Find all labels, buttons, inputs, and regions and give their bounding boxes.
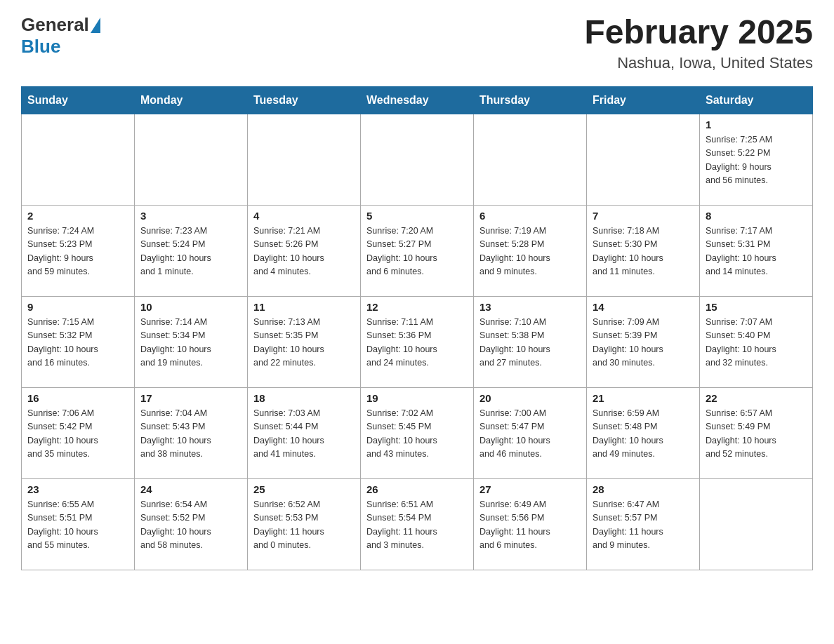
logo-triangle-icon bbox=[91, 18, 100, 33]
day-number: 25 bbox=[253, 483, 355, 495]
calendar-cell: 21Sunrise: 6:59 AM Sunset: 5:48 PM Dayli… bbox=[587, 387, 700, 478]
day-info: Sunrise: 7:21 AM Sunset: 5:26 PM Dayligh… bbox=[253, 224, 355, 279]
calendar-cell: 18Sunrise: 7:03 AM Sunset: 5:44 PM Dayli… bbox=[248, 387, 361, 478]
day-number: 16 bbox=[27, 392, 128, 404]
day-number: 26 bbox=[366, 483, 468, 495]
calendar-cell: 2Sunrise: 7:24 AM Sunset: 5:23 PM Daylig… bbox=[22, 205, 135, 296]
day-number: 7 bbox=[593, 210, 694, 222]
calendar-cell: 28Sunrise: 6:47 AM Sunset: 5:57 PM Dayli… bbox=[587, 478, 700, 570]
day-info: Sunrise: 6:54 AM Sunset: 5:52 PM Dayligh… bbox=[140, 498, 241, 553]
logo-blue-text: Blue bbox=[21, 36, 60, 57]
calendar-cell: 26Sunrise: 6:51 AM Sunset: 5:54 PM Dayli… bbox=[361, 478, 474, 570]
day-info: Sunrise: 6:59 AM Sunset: 5:48 PM Dayligh… bbox=[593, 407, 694, 462]
day-info: Sunrise: 7:13 AM Sunset: 5:35 PM Dayligh… bbox=[253, 316, 355, 370]
day-number: 11 bbox=[253, 301, 355, 313]
calendar-cell: 23Sunrise: 6:55 AM Sunset: 5:51 PM Dayli… bbox=[22, 478, 135, 570]
weekday-saturday: Saturday bbox=[700, 86, 813, 114]
page-header: General Blue February 2025 Nashua, Iowa,… bbox=[21, 14, 813, 72]
calendar-cell: 20Sunrise: 7:00 AM Sunset: 5:47 PM Dayli… bbox=[474, 387, 587, 478]
calendar-cell bbox=[135, 114, 248, 205]
day-info: Sunrise: 6:57 AM Sunset: 5:49 PM Dayligh… bbox=[706, 407, 807, 462]
day-info: Sunrise: 7:10 AM Sunset: 5:38 PM Dayligh… bbox=[479, 316, 581, 370]
day-number: 18 bbox=[253, 392, 355, 404]
day-number: 15 bbox=[706, 301, 807, 313]
calendar-body: 1Sunrise: 7:25 AM Sunset: 5:22 PM Daylig… bbox=[22, 114, 813, 570]
weekday-wednesday: Wednesday bbox=[361, 86, 474, 114]
day-info: Sunrise: 7:02 AM Sunset: 5:45 PM Dayligh… bbox=[366, 407, 468, 462]
calendar-cell: 27Sunrise: 6:49 AM Sunset: 5:56 PM Dayli… bbox=[474, 478, 587, 570]
calendar-cell: 5Sunrise: 7:20 AM Sunset: 5:27 PM Daylig… bbox=[361, 205, 474, 296]
day-info: Sunrise: 7:17 AM Sunset: 5:31 PM Dayligh… bbox=[706, 224, 807, 279]
day-info: Sunrise: 7:04 AM Sunset: 5:43 PM Dayligh… bbox=[140, 407, 241, 462]
calendar-cell: 24Sunrise: 6:54 AM Sunset: 5:52 PM Dayli… bbox=[135, 478, 248, 570]
day-number: 3 bbox=[140, 210, 241, 222]
day-number: 20 bbox=[479, 392, 581, 404]
day-number: 21 bbox=[593, 392, 694, 404]
day-info: Sunrise: 6:51 AM Sunset: 5:54 PM Dayligh… bbox=[366, 498, 468, 553]
day-number: 2 bbox=[27, 210, 128, 222]
day-info: Sunrise: 7:25 AM Sunset: 5:22 PM Dayligh… bbox=[706, 133, 807, 188]
day-info: Sunrise: 7:03 AM Sunset: 5:44 PM Dayligh… bbox=[253, 407, 355, 462]
calendar-cell: 14Sunrise: 7:09 AM Sunset: 5:39 PM Dayli… bbox=[587, 296, 700, 387]
calendar-cell bbox=[474, 114, 587, 205]
calendar-week-1: 1Sunrise: 7:25 AM Sunset: 5:22 PM Daylig… bbox=[22, 114, 813, 205]
logo: General Blue bbox=[21, 14, 102, 58]
weekday-tuesday: Tuesday bbox=[248, 86, 361, 114]
calendar-cell: 17Sunrise: 7:04 AM Sunset: 5:43 PM Dayli… bbox=[135, 387, 248, 478]
day-number: 28 bbox=[593, 483, 694, 495]
calendar-cell: 1Sunrise: 7:25 AM Sunset: 5:22 PM Daylig… bbox=[700, 114, 813, 205]
day-info: Sunrise: 7:06 AM Sunset: 5:42 PM Dayligh… bbox=[27, 407, 128, 462]
calendar-cell: 4Sunrise: 7:21 AM Sunset: 5:26 PM Daylig… bbox=[248, 205, 361, 296]
day-info: Sunrise: 7:07 AM Sunset: 5:40 PM Dayligh… bbox=[706, 316, 807, 370]
calendar-cell: 25Sunrise: 6:52 AM Sunset: 5:53 PM Dayli… bbox=[248, 478, 361, 570]
day-info: Sunrise: 6:47 AM Sunset: 5:57 PM Dayligh… bbox=[593, 498, 694, 553]
day-info: Sunrise: 7:09 AM Sunset: 5:39 PM Dayligh… bbox=[593, 316, 694, 370]
calendar-cell: 11Sunrise: 7:13 AM Sunset: 5:35 PM Dayli… bbox=[248, 296, 361, 387]
day-number: 4 bbox=[253, 210, 355, 222]
day-info: Sunrise: 7:20 AM Sunset: 5:27 PM Dayligh… bbox=[366, 224, 468, 279]
calendar-week-5: 23Sunrise: 6:55 AM Sunset: 5:51 PM Dayli… bbox=[22, 478, 813, 570]
calendar-cell bbox=[700, 478, 813, 570]
calendar-week-3: 9Sunrise: 7:15 AM Sunset: 5:32 PM Daylig… bbox=[22, 296, 813, 387]
day-info: Sunrise: 7:11 AM Sunset: 5:36 PM Dayligh… bbox=[366, 316, 468, 370]
calendar-table: SundayMondayTuesdayWednesdayThursdayFrid… bbox=[21, 86, 813, 570]
day-number: 1 bbox=[706, 119, 807, 130]
calendar-cell bbox=[22, 114, 135, 205]
day-info: Sunrise: 7:14 AM Sunset: 5:34 PM Dayligh… bbox=[140, 316, 241, 370]
day-number: 27 bbox=[479, 483, 581, 495]
weekday-friday: Friday bbox=[587, 86, 700, 114]
day-number: 9 bbox=[27, 301, 128, 313]
day-number: 5 bbox=[366, 210, 468, 222]
day-info: Sunrise: 6:55 AM Sunset: 5:51 PM Dayligh… bbox=[27, 498, 128, 553]
day-number: 6 bbox=[479, 210, 581, 222]
calendar-week-2: 2Sunrise: 7:24 AM Sunset: 5:23 PM Daylig… bbox=[22, 205, 813, 296]
calendar-cell: 16Sunrise: 7:06 AM Sunset: 5:42 PM Dayli… bbox=[22, 387, 135, 478]
day-info: Sunrise: 6:49 AM Sunset: 5:56 PM Dayligh… bbox=[479, 498, 581, 553]
day-number: 19 bbox=[366, 392, 468, 404]
weekday-thursday: Thursday bbox=[474, 86, 587, 114]
day-number: 14 bbox=[593, 301, 694, 313]
day-number: 12 bbox=[366, 301, 468, 313]
calendar-cell: 13Sunrise: 7:10 AM Sunset: 5:38 PM Dayli… bbox=[474, 296, 587, 387]
calendar-cell: 15Sunrise: 7:07 AM Sunset: 5:40 PM Dayli… bbox=[700, 296, 813, 387]
calendar-cell: 12Sunrise: 7:11 AM Sunset: 5:36 PM Dayli… bbox=[361, 296, 474, 387]
day-info: Sunrise: 7:15 AM Sunset: 5:32 PM Dayligh… bbox=[27, 316, 128, 370]
day-number: 13 bbox=[479, 301, 581, 313]
calendar-header: SundayMondayTuesdayWednesdayThursdayFrid… bbox=[22, 86, 813, 114]
calendar-cell: 22Sunrise: 6:57 AM Sunset: 5:49 PM Dayli… bbox=[700, 387, 813, 478]
title-section: February 2025 Nashua, Iowa, United State… bbox=[584, 14, 813, 72]
day-info: Sunrise: 7:19 AM Sunset: 5:28 PM Dayligh… bbox=[479, 224, 581, 279]
calendar-cell: 8Sunrise: 7:17 AM Sunset: 5:31 PM Daylig… bbox=[700, 205, 813, 296]
calendar-cell bbox=[248, 114, 361, 205]
day-info: Sunrise: 7:18 AM Sunset: 5:30 PM Dayligh… bbox=[593, 224, 694, 279]
calendar-cell: 3Sunrise: 7:23 AM Sunset: 5:24 PM Daylig… bbox=[135, 205, 248, 296]
weekday-sunday: Sunday bbox=[22, 86, 135, 114]
calendar-cell bbox=[361, 114, 474, 205]
weekday-monday: Monday bbox=[135, 86, 248, 114]
day-number: 8 bbox=[706, 210, 807, 222]
calendar-cell: 7Sunrise: 7:18 AM Sunset: 5:30 PM Daylig… bbox=[587, 205, 700, 296]
logo-general-text: General bbox=[21, 14, 89, 36]
day-number: 24 bbox=[140, 483, 241, 495]
calendar-cell: 6Sunrise: 7:19 AM Sunset: 5:28 PM Daylig… bbox=[474, 205, 587, 296]
day-info: Sunrise: 7:23 AM Sunset: 5:24 PM Dayligh… bbox=[140, 224, 241, 279]
